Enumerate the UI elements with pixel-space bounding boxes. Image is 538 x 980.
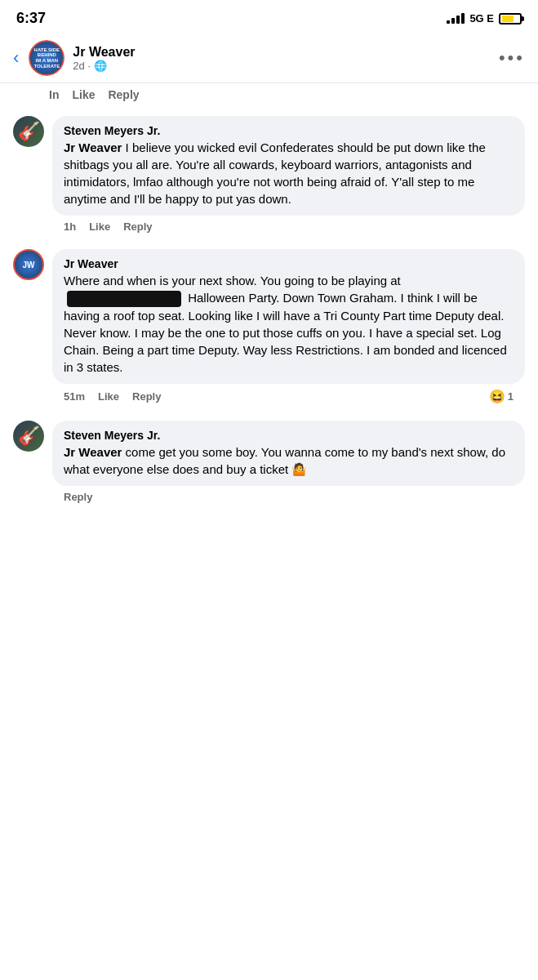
- mention-jr2: Jr Weaver: [64, 445, 122, 459]
- reply-button-steven2[interactable]: Reply: [64, 491, 92, 503]
- in-label: In: [49, 88, 59, 101]
- comment-steven2: 🎸 Steven Meyers Jr. Jr Weaver come get y…: [0, 414, 538, 519]
- network-text: 5G E: [469, 12, 494, 24]
- comment-text-jr1: Where and when is your next show. You go…: [64, 272, 514, 376]
- status-bar: 6:37 5G E: [0, 0, 538, 33]
- comment-author-steven2: Steven Meyers Jr.: [64, 429, 514, 442]
- more-button[interactable]: •••: [499, 47, 525, 69]
- mention-jr1: Jr Weaver: [64, 140, 122, 154]
- comment-actions-steven2: Reply: [52, 486, 525, 506]
- redacted-block: [67, 291, 181, 307]
- back-button[interactable]: ‹: [13, 47, 19, 69]
- comment-steven1: 🎸 Steven Meyers Jr. Jr Weaver I believe …: [0, 109, 538, 243]
- top-like-button[interactable]: Like: [72, 88, 95, 101]
- avatar-jr1: JW: [13, 249, 44, 280]
- avatar-steven1: 🎸: [13, 116, 44, 147]
- reaction-badge-jr1: 😆 1: [489, 389, 514, 404]
- comment-bubble-jr1: Jr Weaver Where and when is your next sh…: [52, 249, 525, 384]
- signal-icon: [447, 13, 465, 24]
- comment-text-steven1: Jr Weaver I believe you wicked evil Conf…: [64, 139, 514, 207]
- battery-fill: [502, 16, 514, 22]
- comment-author-jr1: Jr Weaver: [64, 257, 514, 270]
- header-name: Jr Weaver: [73, 45, 499, 60]
- header-meta: 2d · 🌐: [73, 60, 499, 72]
- comment-time-steven1: 1h: [64, 220, 76, 233]
- comment-content-steven2: Steven Meyers Jr. Jr Weaver come get you…: [52, 421, 525, 506]
- reply-button-steven1[interactable]: Reply: [123, 220, 152, 233]
- comment-actions-steven1: 1h Like Reply: [52, 216, 525, 236]
- reaction-count-jr1: 1: [508, 390, 514, 403]
- top-actions-bar: In Like Reply: [0, 83, 538, 109]
- status-time: 6:37: [16, 10, 46, 27]
- comment-author-steven1: Steven Meyers Jr.: [64, 124, 514, 137]
- header-avatar: HATE SIDEBEHINDIM A MANTOLERATE: [29, 40, 64, 76]
- comment-text-steven2: Jr Weaver come get you some boy. You wan…: [64, 443, 514, 478]
- comment-content-steven1: Steven Meyers Jr. Jr Weaver I believe yo…: [52, 116, 525, 236]
- battery-icon: [499, 13, 522, 24]
- comment-time-jr1: 51m: [64, 390, 85, 403]
- reaction-emoji-jr1: 😆: [489, 389, 505, 404]
- comment-bubble-steven2: Steven Meyers Jr. Jr Weaver come get you…: [52, 421, 525, 486]
- comment-content-jr1: Jr Weaver Where and when is your next sh…: [52, 249, 525, 408]
- like-button-steven1[interactable]: Like: [89, 220, 110, 233]
- avatar-steven2: 🎸: [13, 421, 44, 452]
- comment-bubble-steven1: Steven Meyers Jr. Jr Weaver I believe yo…: [52, 116, 525, 216]
- comment-jr1: JW Jr Weaver Where and when is your next…: [0, 243, 538, 414]
- reply-button-jr1[interactable]: Reply: [132, 390, 161, 403]
- nav-header: ‹ HATE SIDEBEHINDIM A MANTOLERATE Jr Wea…: [0, 33, 538, 83]
- battery-tip: [522, 16, 524, 21]
- header-info: Jr Weaver 2d · 🌐: [73, 45, 499, 72]
- like-button-jr1[interactable]: Like: [98, 390, 119, 403]
- status-icons: 5G E: [447, 12, 522, 24]
- comment-actions-jr1: 51m Like Reply 😆 1: [52, 384, 525, 408]
- top-reply-button[interactable]: Reply: [108, 88, 139, 101]
